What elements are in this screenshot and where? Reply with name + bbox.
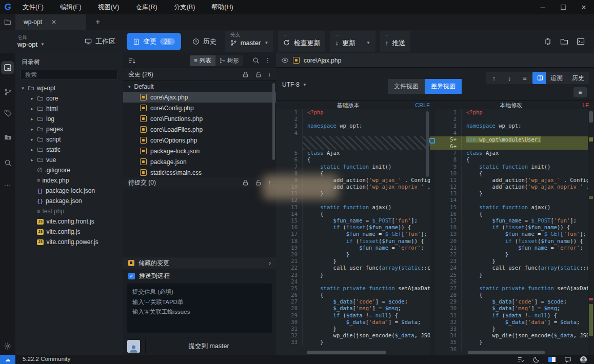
- push-remote-checkbox[interactable]: ✓: [128, 273, 135, 279]
- theme-moon-icon[interactable]: [533, 356, 540, 363]
- tasklist-icon[interactable]: [517, 356, 524, 363]
- encoding-selector[interactable]: UTF-8▼: [282, 81, 307, 88]
- change-file-row[interactable]: core\Ajax.php: [123, 92, 276, 103]
- diff-view-button[interactable]: 差异视图: [425, 79, 462, 94]
- search-icon[interactable]: [252, 57, 260, 64]
- folder-icon: [37, 157, 44, 163]
- menu-item[interactable]: 视图(V): [91, 2, 127, 13]
- tree-item-vite-config-js[interactable]: JSvite.config.js: [15, 227, 123, 237]
- commit-message-input[interactable]: 提交信息 (必填)输入'--'关联TAPD单输入'#'关联工蜂issues: [127, 284, 272, 333]
- workspace-view-icon[interactable]: [1, 61, 14, 74]
- repo-selector[interactable]: 仓库 wp-opt▼: [17, 34, 45, 49]
- settings-gear-icon[interactable]: [1, 339, 14, 353]
- commit-button[interactable]: 提交到 master: [145, 339, 272, 354]
- stashed-changes-row[interactable]: 储藏的变更 ›: [123, 257, 276, 269]
- line-number: 11: [435, 177, 462, 184]
- update-button[interactable]: -- ↓ 更新 ▼: [330, 31, 375, 52]
- hunk-checkbox[interactable]: [429, 138, 435, 144]
- history-button[interactable]: 历史: [188, 33, 221, 50]
- tree-view-button[interactable]: 树形: [215, 55, 243, 66]
- tree-item--gitignore[interactable]: ∅.gitignore: [15, 165, 123, 175]
- workspace-button[interactable]: 工作区: [81, 33, 120, 50]
- tree-item-static[interactable]: ▸static: [15, 145, 123, 155]
- hamburger-menu-icon[interactable]: ≡: [573, 87, 587, 97]
- discard-all-icon[interactable]: ↓: [268, 71, 271, 78]
- tree-item-log[interactable]: ▸log: [15, 114, 123, 124]
- tags-view-icon[interactable]: [1, 106, 14, 119]
- tree-item-core[interactable]: ▸core: [15, 93, 123, 104]
- eye-icon[interactable]: [281, 56, 289, 64]
- change-file-row[interactable]: package-lock.json: [123, 146, 276, 156]
- tree-item-html[interactable]: ▸html: [15, 104, 123, 114]
- terminal-icon[interactable]: [577, 37, 585, 46]
- submodules-view-icon[interactable]: [1, 130, 14, 144]
- more-views-icon[interactable]: ...: [1, 176, 14, 190]
- tab-close-icon[interactable]: ✕: [51, 18, 56, 26]
- scrollbar-thumb[interactable]: [426, 111, 429, 177]
- open-folder-icon[interactable]: [560, 37, 568, 46]
- menu-item[interactable]: 编辑(E): [53, 2, 89, 13]
- tree-search-input[interactable]: [21, 70, 118, 80]
- layout-flag-icon[interactable]: [548, 357, 556, 362]
- code-line: 25 static private function setAjaxDataA: [276, 285, 430, 292]
- menu-item[interactable]: 分支(B): [167, 2, 203, 13]
- menu-item[interactable]: 帮助(H): [204, 2, 240, 13]
- change-file-row[interactable]: core\Functions.php: [123, 113, 276, 124]
- sync-icon[interactable]: [544, 37, 552, 46]
- tree-item-index-php[interactable]: ≡index.php: [15, 175, 123, 186]
- h-scrollbar-thumb[interactable]: [468, 351, 545, 354]
- lock-icon[interactable]: [242, 179, 249, 186]
- change-file-row[interactable]: package.json: [123, 156, 276, 167]
- changes-button[interactable]: 变更 26: [127, 33, 181, 50]
- maximize-button[interactable]: ☐: [553, 0, 573, 14]
- change-file-row[interactable]: static\css\main.css: [123, 167, 276, 176]
- change-file-row[interactable]: core\Options.php: [123, 135, 276, 146]
- tree-item-wp-opt[interactable]: ▾wp-opt: [15, 83, 123, 93]
- sort-icon[interactable]: [128, 57, 136, 65]
- title-bar: G 文件(F)编辑(E)视图(V)仓库(R)分支(B)帮助(H) ─ ☐ ✕: [0, 0, 594, 14]
- tree-item-package-json[interactable]: {}package.json: [15, 196, 123, 206]
- feedback-icon[interactable]: [564, 356, 571, 363]
- tree-item-vue[interactable]: ▸vue: [15, 155, 123, 165]
- prev-change-button[interactable]: ↑: [486, 72, 502, 84]
- chevron-down-icon[interactable]: ▼: [366, 41, 370, 46]
- repo-tab[interactable]: wp-opt ✕: [15, 14, 86, 30]
- tree-item-label: vite.config.js: [46, 228, 80, 235]
- tree-item-package-lock-json[interactable]: {}package-lock.json: [15, 186, 123, 196]
- change-file-row[interactable]: core\LoadFiles.php: [123, 124, 276, 135]
- push-button[interactable]: -- ↑ 推送: [380, 31, 411, 52]
- close-button[interactable]: ✕: [573, 0, 594, 14]
- branches-view-icon[interactable]: [1, 85, 14, 98]
- next-change-button[interactable]: ↓: [502, 72, 517, 84]
- history-button[interactable]: 历史: [567, 72, 589, 84]
- blame-button[interactable]: 追溯: [546, 72, 567, 84]
- kebab-menu-icon[interactable]: ⋮: [265, 57, 271, 64]
- check-update-button[interactable]: -- 检查更新: [278, 31, 325, 52]
- change-file-row[interactable]: core\Config.php: [123, 103, 276, 113]
- menu-item[interactable]: 仓库(R): [128, 2, 164, 13]
- avatar[interactable]: [127, 340, 140, 353]
- unlock-icon[interactable]: [255, 179, 262, 186]
- tree-item-pages[interactable]: ▸pages: [15, 124, 123, 134]
- cloud-icon[interactable]: ☁: [0, 355, 15, 364]
- file-view-button[interactable]: 文件视图: [388, 79, 425, 94]
- tree-item-vite-config-front-js[interactable]: JSvite.config.front.js: [15, 216, 123, 227]
- menu-item[interactable]: 文件(F): [15, 2, 51, 13]
- overview-ruler[interactable]: [588, 109, 594, 355]
- new-tab-button[interactable]: +: [95, 17, 100, 27]
- user-avatar[interactable]: [580, 356, 587, 363]
- unstage-all-icon[interactable]: ↑: [268, 179, 271, 186]
- lock-icon[interactable]: [242, 71, 249, 78]
- minimize-button[interactable]: ─: [532, 0, 553, 14]
- tree-item-vite-config-power-js[interactable]: JSvite.config.power.js: [15, 237, 123, 247]
- scrollbar-thumb[interactable]: [272, 83, 275, 160]
- unified-view-icon[interactable]: ≡: [517, 72, 532, 84]
- tree-item-script[interactable]: ▸script: [15, 134, 123, 145]
- tree-item-test-php[interactable]: ≡test.php: [15, 206, 123, 216]
- unlock-icon[interactable]: [255, 71, 262, 78]
- change-group-row[interactable]: ▾Default: [123, 81, 276, 92]
- branch-selector[interactable]: 分支 master ▼: [225, 31, 274, 52]
- list-view-button[interactable]: ≡列表: [190, 55, 215, 66]
- search-view-icon[interactable]: [1, 156, 14, 169]
- h-scrollbar-thumb[interactable]: [307, 351, 386, 354]
